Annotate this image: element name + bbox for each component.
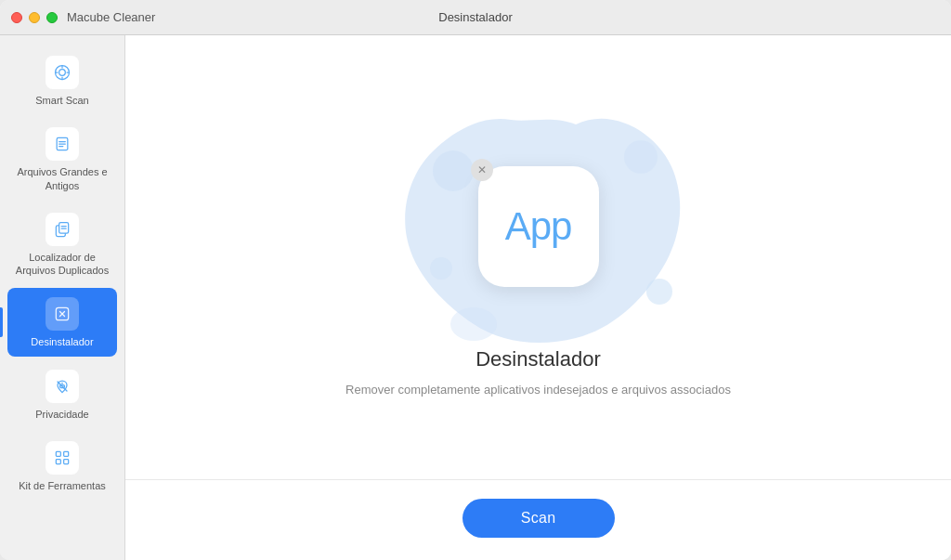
minimize-button[interactable] (29, 12, 40, 23)
uninstaller-icon (53, 305, 72, 323)
privacy-label: Privacidade (35, 408, 88, 421)
app-icon-wrapper: ✕ App (478, 166, 599, 287)
svg-point-27 (646, 279, 672, 305)
close-badge-icon: ✕ (477, 164, 487, 176)
privacy-icon (53, 377, 72, 396)
svg-rect-24 (64, 460, 69, 464)
app-name: Macube Cleaner (67, 10, 155, 24)
svg-rect-23 (56, 460, 60, 464)
main-layout: Smart Scan Arquivos Grandes e Antigos (0, 35, 951, 560)
svg-point-25 (433, 150, 474, 191)
duplicate-finder-label: Localizador de Arquivos Duplicados (15, 251, 110, 278)
sidebar-item-privacy[interactable]: Privacidade (7, 360, 117, 428)
large-files-icon (53, 135, 72, 153)
window-title: Desinstalador (438, 10, 513, 24)
svg-point-29 (450, 307, 497, 341)
uninstaller-label: Desinstalador (31, 335, 93, 348)
svg-point-1 (59, 70, 66, 76)
titlebar: Macube Cleaner Desinstalador (0, 0, 951, 35)
svg-rect-21 (56, 451, 60, 456)
uninstaller-icon-box (46, 297, 79, 331)
sidebar-item-large-files[interactable]: Arquivos Grandes e Antigos (7, 118, 117, 200)
svg-rect-11 (59, 222, 69, 233)
app-icon-text: App (505, 204, 572, 249)
smart-scan-icon (53, 63, 72, 82)
tool-kit-label: Kit de Ferramentas (19, 479, 106, 492)
content-area: ✕ App Desinstalador Remover completament… (125, 35, 951, 560)
close-badge: ✕ (471, 159, 493, 181)
sidebar-item-duplicate-finder[interactable]: Localizador de Arquivos Duplicados (7, 203, 117, 285)
privacy-icon-box (46, 370, 79, 403)
traffic-lights (11, 12, 58, 23)
svg-rect-22 (64, 451, 69, 456)
large-files-icon-box (46, 127, 79, 161)
content-top: ✕ App Desinstalador Remover completament… (125, 35, 951, 461)
sidebar: Smart Scan Arquivos Grandes e Antigos (0, 35, 125, 560)
sidebar-item-smart-scan[interactable]: Smart Scan (7, 46, 117, 114)
scan-area: Scan (125, 480, 951, 560)
duplicate-finder-icon-box (46, 213, 79, 246)
tool-kit-icon-box (46, 441, 79, 475)
smart-scan-icon-box (46, 56, 79, 89)
tool-kit-icon (53, 449, 72, 467)
smart-scan-label: Smart Scan (35, 94, 88, 107)
svg-point-28 (430, 257, 452, 280)
sidebar-item-uninstaller[interactable]: Desinstalador (7, 288, 117, 356)
maximize-button[interactable] (46, 12, 58, 23)
app-icon: App (478, 166, 599, 287)
large-files-label: Arquivos Grandes e Antigos (15, 165, 110, 192)
svg-point-26 (624, 140, 658, 174)
blob-container: ✕ App (390, 97, 687, 357)
scan-button[interactable]: Scan (462, 499, 615, 538)
app-window: Macube Cleaner Desinstalador Smart (0, 0, 951, 560)
close-button[interactable] (11, 12, 22, 23)
sidebar-item-tool-kit[interactable]: Kit de Ferramentas (7, 432, 117, 500)
feature-desc: Remover completamente aplicativos indese… (345, 381, 731, 399)
duplicate-finder-icon (53, 220, 72, 239)
active-indicator (0, 307, 3, 337)
